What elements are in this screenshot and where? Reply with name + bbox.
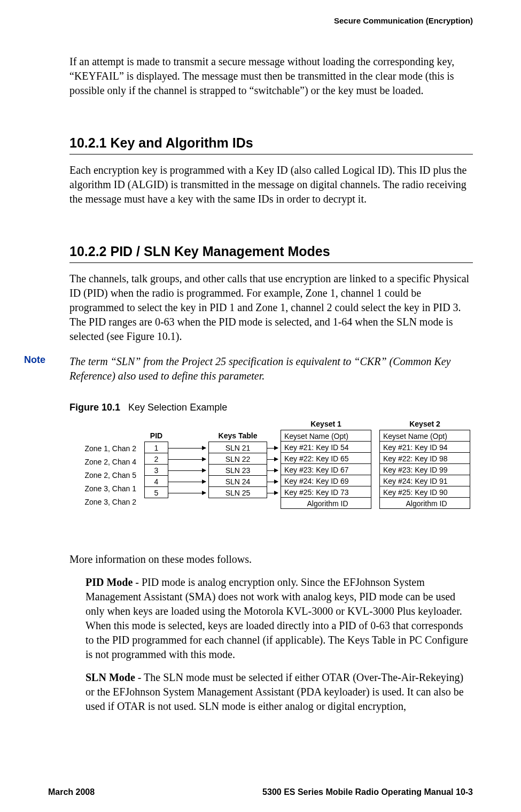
footer-date: March 2008 [48,787,95,797]
pid-mode-label: PID Mode [85,576,133,588]
keyset2-cell: Key #22: Key ID 98 [379,452,470,464]
arrow-icon [267,470,278,471]
arrow-icon [168,459,206,460]
note-label: Note [24,354,69,383]
keyset2-cell: Key #25: Key ID 90 [379,486,470,498]
figure-number: Figure 10.1 [69,402,120,413]
sln-mode-text: - The SLN mode must be selected if eithe… [85,671,464,712]
col-header-keyset1: Keyset 1 [281,420,371,428]
col-header-pid: PID [144,431,168,440]
keyset2-cell: Key #24: Key ID 91 [379,475,470,486]
keyset1-cell: Key #21: Key ID 54 [281,441,371,453]
keyset1-cell: Key #24: Key ID 69 [281,475,371,486]
pid-mode-para: PID Mode - PID mode is analog encryption… [85,575,473,662]
figure-title: Key Selection Example [128,402,227,413]
running-header: Secure Communication (Encryption) [69,16,473,25]
col-header-keyset2: Keyset 2 [379,420,470,428]
arrow-icon [267,448,278,448]
section-10-2-2-para: The channels, talk groups, and other cal… [69,272,473,344]
zone-chan-label: Zone 2, Chan 5 [69,469,139,482]
keyset2-algid-cell: Algorithm ID [379,497,470,509]
arrow-icon [267,482,278,482]
figure-caption: Figure 10.1 Key Selection Example [69,402,473,413]
keyset2-header-cell: Keyset Name (Opt) [379,430,470,442]
after-figure-para: More information on these modes follows. [69,552,473,567]
pid-cell: 5 [144,486,168,498]
keys-table-cell: SLN 23 [208,464,267,476]
keyset1-cell: Key #22: Key ID 65 [281,452,371,464]
arrow-icon [168,482,206,482]
arrow-icon [267,459,278,460]
intro-paragraph: If an attempt is made to transmit a secu… [69,55,473,98]
arrow-icon [168,470,206,471]
section-10-2-1-para: Each encryption key is programmed with a… [69,163,473,206]
section-heading-10-2-1: 10.2.1 Key and Algorithm IDs [69,135,473,151]
pid-mode-text: - PID mode is analog encryption only. Si… [85,576,468,660]
footer-manual-title-page: 5300 ES Series Mobile Radio Operating Ma… [262,787,473,797]
arrow-icon [267,493,278,493]
arrow-icon [168,493,206,493]
pid-cell: 3 [144,464,168,476]
figure-diagram: PID Keys Table Keyset 1 Keyset 2 Zone 1,… [69,419,473,536]
note-body: The term “SLN” from the Project 25 speci… [69,354,473,383]
keyset1-cell: Key #23: Key ID 67 [281,463,371,475]
zone-chan-label: Zone 3, Chan 1 [69,482,139,496]
keys-table-cell: SLN 25 [208,486,267,498]
sln-mode-para: SLN Mode - The SLN mode must be selected… [85,670,473,714]
arrow-icon [168,448,206,448]
keyset1-header-cell: Keyset Name (Opt) [281,430,371,442]
keyset1-algid-cell: Algorithm ID [281,497,371,509]
zone-chan-label: Zone 3, Chan 2 [69,496,139,509]
section-rule [69,154,473,154]
zone-chan-label: Zone 2, Chan 4 [69,455,139,469]
sln-mode-label: SLN Mode [85,671,135,683]
pid-cell: 1 [144,442,168,453]
pid-cell: 4 [144,475,168,487]
keyset2-cell: Key #23: Key ID 99 [379,463,470,475]
keyset1-cell: Key #25: Key ID 73 [281,486,371,498]
section-rule [69,262,473,263]
pid-cell: 2 [144,453,168,465]
section-heading-10-2-2: 10.2.2 PID / SLN Key Management Modes [69,244,473,259]
zone-chan-label: Zone 1, Chan 2 [69,442,139,455]
keys-table-cell: SLN 21 [208,442,267,453]
keys-table-cell: SLN 24 [208,475,267,487]
keyset2-cell: Key #21: Key ID 94 [379,441,470,453]
keys-table-cell: SLN 22 [208,453,267,465]
note-block: Note The term “SLN” from the Project 25 … [69,354,473,383]
col-header-keys-table: Keys Table [208,431,267,440]
page-footer: March 2008 5300 ES Series Mobile Radio O… [48,787,473,797]
